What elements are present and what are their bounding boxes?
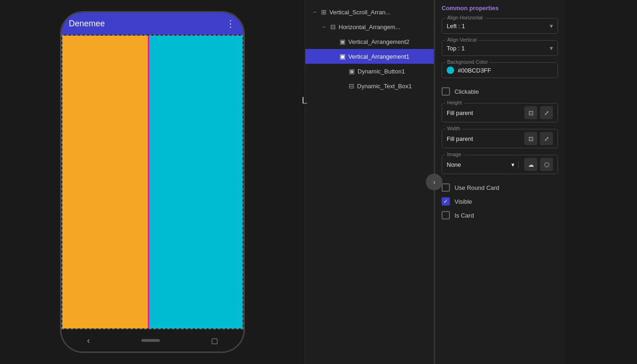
align-horizontal-label: Align Horizontal	[445, 15, 485, 20]
background-color-label: Background Color	[445, 59, 490, 65]
width-expand-icon[interactable]: ⤢	[540, 132, 553, 145]
image-arrow: ▾	[511, 161, 515, 168]
image-label: Image	[445, 152, 463, 157]
is-card-label: Is Card	[455, 212, 474, 219]
tree-node-dyn-txt1[interactable]: − ⊟ Dynamic_Text_Box1	[305, 79, 434, 93]
image-icon-buttons: ☁ ⬡	[522, 158, 553, 171]
expand-icon-2: −	[320, 23, 328, 30]
phone-screen: Denemee ⋮ ‹ ▢	[61, 12, 243, 352]
phone-app-menu-icon: ⋮	[226, 18, 236, 29]
scroll-icon: ⊞	[321, 8, 327, 16]
phone-frame: Denemee ⋮ ‹ ▢	[60, 11, 245, 353]
tree-node-dyn-btn1[interactable]: − ▣ Dynamic_Button1	[305, 64, 434, 79]
image-select[interactable]: None ▾	[447, 161, 519, 168]
phone-col-orange	[62, 36, 148, 328]
tree-label-4: Vertical_Arrangement1	[348, 53, 409, 60]
tree-node-vert-arr1[interactable]: − ▣ Vertical_Arrangement1	[305, 49, 434, 64]
height-expand-icon[interactable]: ⤢	[540, 106, 553, 119]
clickable-row: Clickable	[442, 85, 558, 98]
align-horizontal-select[interactable]: Left : 1 ▾	[442, 18, 558, 34]
align-horizontal-value: Left : 1	[447, 23, 465, 30]
width-row: Fill parent ⊡ ⤢	[442, 129, 558, 148]
square-icon: ▢	[211, 336, 218, 345]
phone-col-teal	[148, 36, 243, 328]
align-horizontal-group: Align Horizontal Left : 1 ▾	[442, 18, 558, 34]
tree-label-3: Vertical_Arrangement2	[348, 38, 409, 45]
visible-check-mark: ✓	[443, 198, 448, 205]
tree-container: − ⊞ Vertical_Scroll_Arran... − ⊟ Horizon…	[305, 0, 434, 364]
align-vertical-value: Top : 1	[447, 45, 465, 52]
image-link-icon[interactable]: ⬡	[540, 158, 553, 171]
width-group: Width Fill parent ⊡ ⤢	[442, 129, 558, 148]
image-upload-icon[interactable]: ☁	[524, 158, 537, 171]
width-icons: ⊡ ⤢	[524, 132, 553, 145]
scroll-right-chevron[interactable]: ›	[426, 174, 443, 190]
image-group: Image None ▾ ☁ ⬡	[442, 155, 558, 174]
image-value: None	[447, 161, 461, 168]
phone-content-area	[61, 35, 243, 329]
phone-app-bar: Denemee ⋮	[61, 12, 243, 35]
tree-label-5: Dynamic_Button1	[358, 68, 405, 75]
dyn-txt-icon: ⊟	[349, 82, 354, 90]
home-button	[141, 339, 160, 342]
height-row: Fill parent ⊡ ⤢	[442, 103, 558, 122]
background-color-row[interactable]: #00BCD3FF	[442, 62, 558, 78]
width-capture-icon[interactable]: ⊡	[524, 132, 537, 145]
tree-node-vert-arr2[interactable]: − ▣ Vertical_Arrangement2	[305, 34, 434, 49]
use-round-card-checkbox[interactable]	[442, 183, 450, 192]
properties-title: Common properties	[442, 5, 558, 12]
align-horizontal-arrow: ▾	[550, 22, 553, 30]
tree-label-6: Dynamic_Text_Box1	[357, 83, 412, 90]
align-vertical-arrow: ▾	[550, 44, 553, 52]
tree-node-vertical-scroll[interactable]: − ⊞ Vertical_Scroll_Arran...	[305, 5, 434, 19]
horizontal-icon: ⊟	[330, 23, 336, 30]
visible-checkbox[interactable]: ✓	[442, 197, 450, 206]
phone-preview: Denemee ⋮ ‹ ▢	[0, 0, 305, 364]
is-card-row: Is Card	[442, 208, 558, 222]
use-round-card-row: Use Round Card	[442, 181, 558, 194]
height-value: Fill parent	[447, 109, 473, 116]
image-row: None ▾ ☁ ⬡	[442, 155, 558, 174]
tree-label: Vertical_Scroll_Arran...	[329, 9, 390, 16]
dyn-btn-icon: ▣	[349, 67, 355, 75]
clickable-checkbox[interactable]	[442, 87, 450, 96]
back-icon: ‹	[87, 336, 90, 346]
vert-arr1-icon: ▣	[340, 53, 346, 60]
tree-label-2: Horizontal_Arrangem...	[339, 24, 400, 30]
component-tree: − ⊞ Vertical_Scroll_Arran... − ⊟ Horizon…	[305, 0, 434, 364]
visible-label: Visible	[455, 198, 472, 205]
align-vertical-group: Align Vertical Top : 1 ▾	[442, 40, 558, 56]
properties-panel: Common properties Align Horizontal Left …	[435, 0, 564, 364]
width-label: Width	[445, 126, 462, 131]
color-swatch	[447, 67, 454, 74]
is-card-checkbox[interactable]	[442, 211, 450, 219]
height-label: Height	[445, 100, 464, 105]
width-value: Fill parent	[447, 135, 473, 142]
use-round-card-label: Use Round Card	[455, 184, 499, 191]
height-group: Height Fill parent ⊡ ⤢	[442, 103, 558, 122]
visible-row: ✓ Visible	[442, 194, 558, 208]
clickable-label: Clickable	[455, 88, 479, 95]
phone-app-title: Denemee	[69, 19, 105, 29]
height-capture-icon[interactable]: ⊡	[524, 106, 537, 119]
tree-node-horizontal-arrange[interactable]: − ⊟ Horizontal_Arrangem...	[305, 19, 434, 34]
expand-icon: −	[311, 8, 318, 16]
phone-bottom-bar: ‹ ▢	[61, 329, 243, 352]
align-vertical-label: Align Vertical	[445, 37, 479, 42]
height-icons: ⊡ ⤢	[524, 106, 553, 119]
align-vertical-select[interactable]: Top : 1 ▾	[442, 40, 558, 56]
vert-arr2-icon: ▣	[340, 38, 346, 45]
background-color-value: #00BCD3FF	[458, 67, 491, 74]
background-color-group: Background Color #00BCD3FF	[442, 62, 558, 78]
